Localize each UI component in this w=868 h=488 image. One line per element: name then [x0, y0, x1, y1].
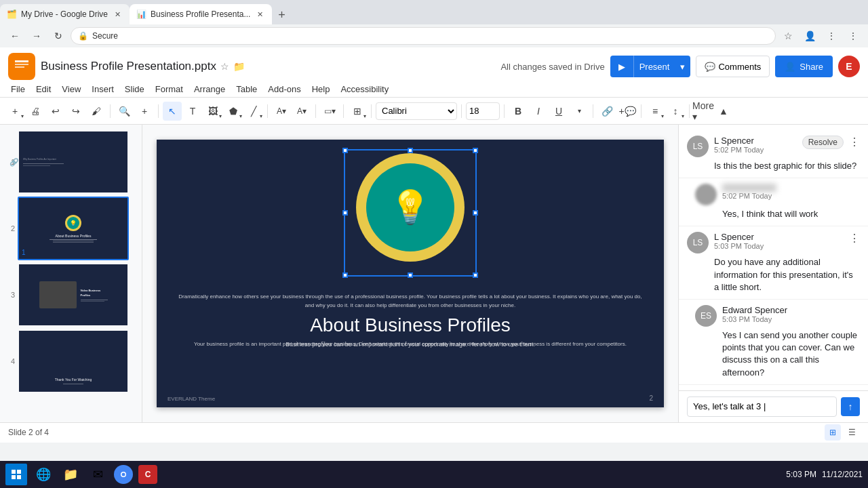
- slide-title[interactable]: About Business Profiles: [157, 314, 664, 336]
- user-avatar[interactable]: E: [838, 56, 860, 77]
- comment-1-more[interactable]: ⋮: [849, 136, 860, 148]
- slide-body-2[interactable]: Your business profile is an important pa…: [177, 340, 644, 349]
- font-size-input[interactable]: [466, 102, 500, 120]
- select-tool[interactable]: ↖: [163, 102, 182, 121]
- present-label[interactable]: Present: [634, 62, 675, 72]
- menu-format[interactable]: Format: [150, 81, 189, 97]
- comments-button[interactable]: 💬 Comments: [696, 56, 770, 77]
- bold-button[interactable]: B: [509, 102, 528, 121]
- profile-button[interactable]: 👤: [800, 26, 819, 45]
- link-button[interactable]: 🔗: [597, 102, 616, 121]
- menu-arrange[interactable]: Arrange: [189, 81, 231, 97]
- zoom-in-button[interactable]: +: [135, 102, 154, 121]
- slide-1-thumb[interactable]: 🔗 Why Business Profiles Are Important: [18, 130, 129, 194]
- underline-color-dropdown[interactable]: ▾: [570, 102, 589, 121]
- tab1-close[interactable]: ✕: [112, 9, 123, 20]
- underline-button[interactable]: U: [549, 102, 568, 121]
- menu-insert[interactable]: Insert: [86, 81, 119, 97]
- paint-format-button[interactable]: 🖌: [87, 102, 106, 121]
- handle-ml[interactable]: [342, 210, 348, 216]
- present-dropdown-arrow[interactable]: ▾: [675, 56, 690, 77]
- slide-body-1[interactable]: Dramatically enhance how others see your…: [177, 292, 644, 310]
- line-spacing-button[interactable]: ↕ ▾: [666, 102, 685, 121]
- start-button[interactable]: [5, 464, 27, 485]
- menu-view[interactable]: View: [56, 81, 86, 97]
- taskbar-explorer[interactable]: 📁: [60, 464, 81, 485]
- comment-reply-input[interactable]: [687, 396, 837, 417]
- slide-graphic[interactable]: 💡: [356, 153, 465, 262]
- more-button[interactable]: More ▾: [694, 102, 713, 121]
- new-tab-button[interactable]: +: [272, 5, 291, 24]
- menu-addons[interactable]: Add-ons: [262, 81, 306, 97]
- handle-mr[interactable]: [473, 210, 478, 216]
- slide-canvas: 💡 About Business Profiles Business profi…: [157, 140, 664, 407]
- tab1-favicon: 🗂️: [7, 9, 17, 19]
- file-name: Business Profile Presentation.pptx: [41, 60, 216, 73]
- menu-file[interactable]: File: [5, 81, 31, 97]
- list-view-button[interactable]: ☰: [844, 424, 860, 441]
- bg-color-button[interactable]: A▾: [272, 102, 291, 121]
- text-tool[interactable]: T: [183, 102, 202, 121]
- menu-slide[interactable]: Slide: [119, 81, 150, 97]
- image-tool[interactable]: 🖼 ▾: [203, 102, 222, 121]
- bottom-bar: Slide 2 of 4 ⊞ ☰: [0, 422, 868, 443]
- tab-1[interactable]: 🗂️ My Drive - Google Drive ✕: [0, 4, 130, 24]
- slide-2-thumb[interactable]: 💡 About Business Profiles 1: [18, 197, 129, 260]
- align-button[interactable]: ≡ ▾: [646, 102, 665, 121]
- menu-help[interactable]: Help: [307, 81, 336, 97]
- handle-tl[interactable]: [342, 148, 348, 153]
- comment-3-body: Do you have any additional information f…: [714, 256, 860, 293]
- handle-bc[interactable]: [408, 272, 413, 278]
- insert-button[interactable]: + ▾: [5, 102, 24, 121]
- handle-tr[interactable]: [473, 148, 478, 153]
- svg-rect-4: [17, 470, 21, 474]
- menu-button[interactable]: ⋮: [844, 26, 863, 45]
- handle-bl[interactable]: [342, 272, 348, 278]
- comment-4-avatar: ES: [695, 305, 717, 327]
- comment-button[interactable]: +💬: [618, 102, 637, 121]
- handle-tc[interactable]: [408, 148, 413, 153]
- star-icon[interactable]: ☆: [220, 61, 229, 72]
- slide-3-thumb[interactable]: Video Business Profiles: [18, 263, 129, 327]
- comment-send-button[interactable]: ↑: [841, 397, 860, 416]
- zoom-out-button[interactable]: 🔍: [115, 102, 134, 121]
- taskbar-chrome[interactable]: [114, 465, 133, 484]
- undo-button[interactable]: ↩: [46, 102, 65, 121]
- comments-icon: 💬: [705, 62, 715, 72]
- toolbar: + ▾ 🖨 ↩ ↪ 🖌 🔍 + ↖ T 🖼 ▾ ⬟ ▾ ╱ ▾ A▾ A▾ ▭▾…: [0, 98, 868, 125]
- line-tool[interactable]: ╱ ▾: [244, 102, 263, 121]
- folder-icon[interactable]: 📁: [233, 61, 245, 72]
- tab2-close[interactable]: ✕: [254, 9, 265, 20]
- comment-1-resolve[interactable]: Resolve: [802, 136, 844, 149]
- handle-br[interactable]: [473, 272, 478, 278]
- slide-4-thumb[interactable]: Thank You For Watching: [18, 329, 129, 393]
- text-color-button[interactable]: A▾: [292, 102, 311, 121]
- font-selector[interactable]: Calibri: [376, 102, 457, 120]
- italic-button[interactable]: I: [529, 102, 548, 121]
- slide-editor[interactable]: 💡 About Business Profiles Business profi…: [142, 125, 678, 422]
- comment-3-more[interactable]: ⋮: [849, 232, 860, 245]
- taskbar-app-red[interactable]: C: [138, 465, 157, 484]
- menu-table[interactable]: Table: [231, 81, 262, 97]
- grid-view-button[interactable]: ⊞: [825, 424, 841, 441]
- redo-button[interactable]: ↪: [66, 102, 85, 121]
- tab-2[interactable]: 📊 Business Profile Presenta... ✕: [130, 4, 272, 24]
- layout-button[interactable]: ⊞ ▾: [348, 102, 367, 121]
- address-bar[interactable]: 🔒 Secure: [71, 27, 776, 45]
- back-button[interactable]: ←: [5, 26, 24, 45]
- reload-button[interactable]: ↻: [49, 26, 68, 45]
- bookmark-button[interactable]: ☆: [778, 26, 797, 45]
- taskbar-edge[interactable]: 🌐: [33, 464, 54, 485]
- forward-button[interactable]: →: [27, 26, 46, 45]
- border-color-button[interactable]: ▭▾: [320, 102, 339, 121]
- collapse-toolbar[interactable]: ▲: [714, 102, 733, 121]
- share-button[interactable]: 👤 Share: [775, 56, 833, 77]
- print-button[interactable]: 🖨: [26, 102, 45, 121]
- shape-tool[interactable]: ⬟ ▾: [224, 102, 243, 121]
- comment-3-avatar: LS: [687, 232, 709, 253]
- menu-edit[interactable]: Edit: [31, 81, 56, 97]
- menu-accessibility[interactable]: Accessibility: [335, 81, 394, 97]
- taskbar-mail[interactable]: ✉: [87, 464, 108, 485]
- extensions-button[interactable]: ⋮: [822, 26, 841, 45]
- present-button[interactable]: ▶ Present ▾: [610, 56, 691, 77]
